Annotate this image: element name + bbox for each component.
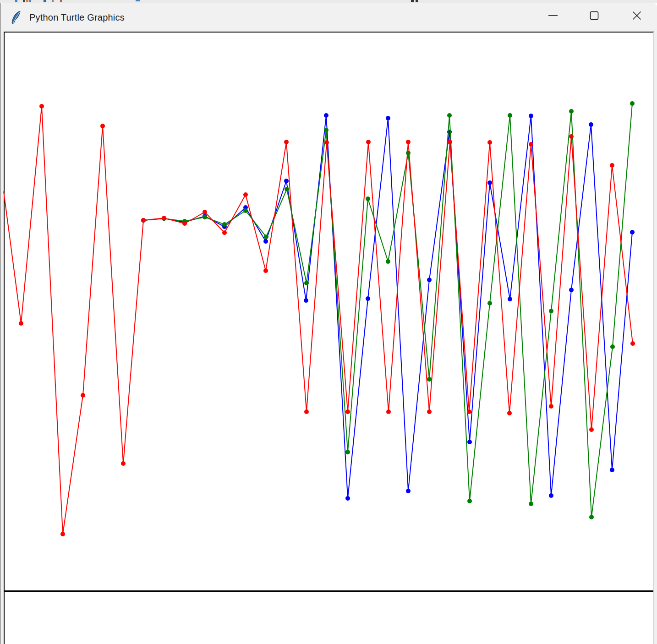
- background-fragment: [60, 0, 62, 2]
- canvas-lower-margin: [5, 592, 653, 644]
- minimize-icon: [548, 11, 558, 22]
- background-fragment: [136, 0, 140, 1]
- maximize-button[interactable]: [584, 3, 605, 30]
- close-button[interactable]: [626, 3, 647, 30]
- canvas-border-bottom: [4, 590, 654, 592]
- python-feather-icon: [11, 11, 21, 24]
- background-fragment: [15, 0, 17, 2]
- minimize-button[interactable]: [542, 3, 564, 30]
- canvas-border-top: [4, 32, 654, 33]
- background-fragment: [26, 0, 28, 2]
- background-fragment: [23, 0, 25, 2]
- maximize-icon: [590, 11, 599, 22]
- background-fragment: [52, 0, 54, 2]
- scrollbar-strip[interactable]: [653, 32, 657, 644]
- close-icon: [632, 11, 641, 22]
- turtle-canvas: [5, 33, 653, 590]
- background-fragment: [416, 0, 418, 2]
- background-fragment: [29, 0, 31, 2]
- canvas-border-left: [4, 32, 5, 644]
- title-bar[interactable]: Python Turtle Graphics: [0, 3, 657, 32]
- window-title: Python Turtle Graphics: [29, 3, 125, 32]
- background-fragment: [44, 0, 46, 2]
- background-fragment: [411, 0, 414, 2]
